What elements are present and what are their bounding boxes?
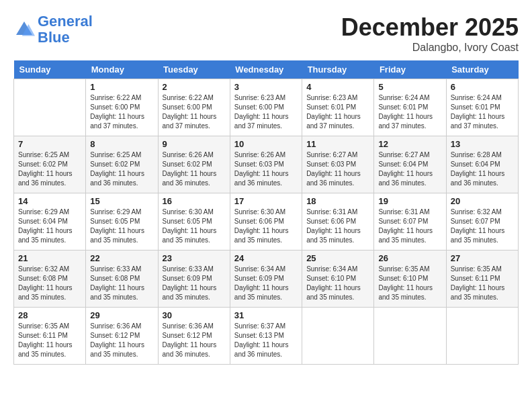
day-cell: 3Sunrise: 6:23 AMSunset: 6:00 PMDaylight… [230, 79, 302, 136]
day-info: Sunrise: 6:34 AMSunset: 6:09 PMDaylight:… [234, 265, 298, 302]
day-number: 26 [378, 253, 441, 263]
month-title: December 2025 [341, 13, 519, 42]
weekday-header-sunday: Sunday [14, 60, 86, 79]
day-number: 20 [451, 196, 514, 206]
day-number: 7 [18, 139, 81, 149]
week-row-3: 14Sunrise: 6:29 AMSunset: 6:04 PMDayligh… [14, 193, 519, 250]
day-number: 17 [234, 196, 298, 206]
day-number: 23 [163, 253, 226, 263]
day-info: Sunrise: 6:23 AMSunset: 6:00 PMDaylight:… [234, 93, 298, 131]
day-number: 19 [378, 196, 441, 206]
day-info: Sunrise: 6:30 AMSunset: 6:06 PMDaylight:… [234, 208, 298, 245]
logo: General Blue [13, 13, 93, 46]
day-number: 10 [234, 139, 298, 149]
day-cell: 17Sunrise: 6:30 AMSunset: 6:06 PMDayligh… [230, 193, 302, 250]
day-cell: 4Sunrise: 6:23 AMSunset: 6:01 PMDaylight… [302, 79, 374, 136]
day-info: Sunrise: 6:36 AMSunset: 6:12 PMDaylight:… [163, 322, 226, 359]
day-number: 18 [306, 196, 369, 206]
day-info: Sunrise: 6:22 AMSunset: 6:00 PMDaylight:… [163, 93, 226, 131]
week-row-1: 1Sunrise: 6:22 AMSunset: 6:00 PMDaylight… [14, 79, 519, 136]
day-info: Sunrise: 6:35 AMSunset: 6:11 PMDaylight:… [451, 265, 514, 302]
day-cell: 24Sunrise: 6:34 AMSunset: 6:09 PMDayligh… [230, 250, 302, 308]
title-block: December 2025 Dalangbo, Ivory Coast [341, 13, 519, 54]
day-number: 13 [451, 139, 514, 149]
day-cell: 22Sunrise: 6:33 AMSunset: 6:08 PMDayligh… [86, 250, 158, 308]
day-cell: 5Sunrise: 6:24 AMSunset: 6:01 PMDaylight… [374, 79, 446, 136]
day-info: Sunrise: 6:37 AMSunset: 6:13 PMDaylight:… [234, 322, 298, 359]
day-cell: 30Sunrise: 6:36 AMSunset: 6:12 PMDayligh… [158, 308, 230, 365]
day-cell: 29Sunrise: 6:36 AMSunset: 6:12 PMDayligh… [86, 308, 158, 365]
day-cell: 14Sunrise: 6:29 AMSunset: 6:04 PMDayligh… [14, 193, 86, 250]
day-number: 29 [90, 310, 153, 320]
day-cell: 31Sunrise: 6:37 AMSunset: 6:13 PMDayligh… [230, 308, 302, 365]
day-info: Sunrise: 6:35 AMSunset: 6:10 PMDaylight:… [378, 265, 441, 302]
week-row-2: 7Sunrise: 6:25 AMSunset: 6:02 PMDaylight… [14, 136, 519, 193]
day-info: Sunrise: 6:27 AMSunset: 6:04 PMDaylight:… [378, 150, 441, 188]
week-row-4: 21Sunrise: 6:32 AMSunset: 6:08 PMDayligh… [14, 250, 519, 308]
day-info: Sunrise: 6:22 AMSunset: 6:00 PMDaylight:… [90, 93, 153, 131]
day-info: Sunrise: 6:24 AMSunset: 6:01 PMDaylight:… [378, 93, 441, 131]
day-cell [14, 79, 86, 136]
day-cell: 20Sunrise: 6:32 AMSunset: 6:07 PMDayligh… [446, 193, 518, 250]
day-cell: 26Sunrise: 6:35 AMSunset: 6:10 PMDayligh… [374, 250, 446, 308]
day-number: 28 [18, 310, 81, 320]
day-cell: 28Sunrise: 6:35 AMSunset: 6:11 PMDayligh… [14, 308, 86, 365]
day-info: Sunrise: 6:24 AMSunset: 6:01 PMDaylight:… [451, 93, 514, 131]
day-cell: 10Sunrise: 6:26 AMSunset: 6:03 PMDayligh… [230, 136, 302, 193]
day-cell: 8Sunrise: 6:25 AMSunset: 6:02 PMDaylight… [86, 136, 158, 193]
day-number: 2 [163, 82, 226, 92]
day-cell [446, 308, 518, 365]
weekday-header-tuesday: Tuesday [158, 60, 230, 79]
day-info: Sunrise: 6:35 AMSunset: 6:11 PMDaylight:… [18, 322, 81, 359]
day-info: Sunrise: 6:29 AMSunset: 6:04 PMDaylight:… [18, 208, 81, 245]
day-number: 8 [90, 139, 153, 149]
day-info: Sunrise: 6:26 AMSunset: 6:03 PMDaylight:… [234, 150, 298, 188]
day-info: Sunrise: 6:34 AMSunset: 6:10 PMDaylight:… [306, 265, 369, 302]
day-info: Sunrise: 6:36 AMSunset: 6:12 PMDaylight:… [90, 322, 153, 359]
day-cell: 18Sunrise: 6:31 AMSunset: 6:06 PMDayligh… [302, 193, 374, 250]
day-info: Sunrise: 6:29 AMSunset: 6:05 PMDaylight:… [90, 208, 153, 245]
day-info: Sunrise: 6:33 AMSunset: 6:08 PMDaylight:… [90, 265, 153, 302]
day-cell: 9Sunrise: 6:26 AMSunset: 6:02 PMDaylight… [158, 136, 230, 193]
day-number: 9 [163, 139, 226, 149]
weekday-header-wednesday: Wednesday [230, 60, 302, 79]
day-cell: 21Sunrise: 6:32 AMSunset: 6:08 PMDayligh… [14, 250, 86, 308]
day-cell: 13Sunrise: 6:28 AMSunset: 6:04 PMDayligh… [446, 136, 518, 193]
day-info: Sunrise: 6:27 AMSunset: 6:03 PMDaylight:… [306, 150, 369, 188]
day-cell: 19Sunrise: 6:31 AMSunset: 6:07 PMDayligh… [374, 193, 446, 250]
day-info: Sunrise: 6:32 AMSunset: 6:07 PMDaylight:… [451, 208, 514, 245]
day-info: Sunrise: 6:23 AMSunset: 6:01 PMDaylight:… [306, 93, 369, 131]
day-number: 12 [378, 139, 441, 149]
weekday-header-thursday: Thursday [302, 60, 374, 79]
day-cell: 6Sunrise: 6:24 AMSunset: 6:01 PMDaylight… [446, 79, 518, 136]
day-info: Sunrise: 6:25 AMSunset: 6:02 PMDaylight:… [18, 150, 81, 188]
day-cell: 16Sunrise: 6:30 AMSunset: 6:05 PMDayligh… [158, 193, 230, 250]
day-cell: 12Sunrise: 6:27 AMSunset: 6:04 PMDayligh… [374, 136, 446, 193]
weekday-header-row: SundayMondayTuesdayWednesdayThursdayFrid… [14, 60, 519, 79]
day-cell: 15Sunrise: 6:29 AMSunset: 6:05 PMDayligh… [86, 193, 158, 250]
day-info: Sunrise: 6:31 AMSunset: 6:06 PMDaylight:… [306, 208, 369, 245]
day-info: Sunrise: 6:30 AMSunset: 6:05 PMDaylight:… [163, 208, 226, 245]
day-number: 14 [18, 196, 81, 206]
day-info: Sunrise: 6:31 AMSunset: 6:07 PMDaylight:… [378, 208, 441, 245]
day-number: 22 [90, 253, 153, 263]
day-number: 25 [306, 253, 369, 263]
day-cell: 27Sunrise: 6:35 AMSunset: 6:11 PMDayligh… [446, 250, 518, 308]
calendar-table: SundayMondayTuesdayWednesdayThursdayFrid… [13, 60, 519, 365]
day-number: 3 [234, 82, 298, 92]
day-number: 30 [163, 310, 226, 320]
day-number: 6 [451, 82, 514, 92]
week-row-5: 28Sunrise: 6:35 AMSunset: 6:11 PMDayligh… [14, 308, 519, 365]
weekday-header-friday: Friday [374, 60, 446, 79]
day-cell: 7Sunrise: 6:25 AMSunset: 6:02 PMDaylight… [14, 136, 86, 193]
day-cell [374, 308, 446, 365]
location-subtitle: Dalangbo, Ivory Coast [341, 42, 519, 54]
day-number: 11 [306, 139, 369, 149]
day-info: Sunrise: 6:26 AMSunset: 6:02 PMDaylight:… [163, 150, 226, 188]
day-number: 27 [451, 253, 514, 263]
day-number: 16 [163, 196, 226, 206]
day-cell: 2Sunrise: 6:22 AMSunset: 6:00 PMDaylight… [158, 79, 230, 136]
day-info: Sunrise: 6:28 AMSunset: 6:04 PMDaylight:… [451, 150, 514, 188]
logo-icon [13, 19, 35, 40]
day-number: 4 [306, 82, 369, 92]
